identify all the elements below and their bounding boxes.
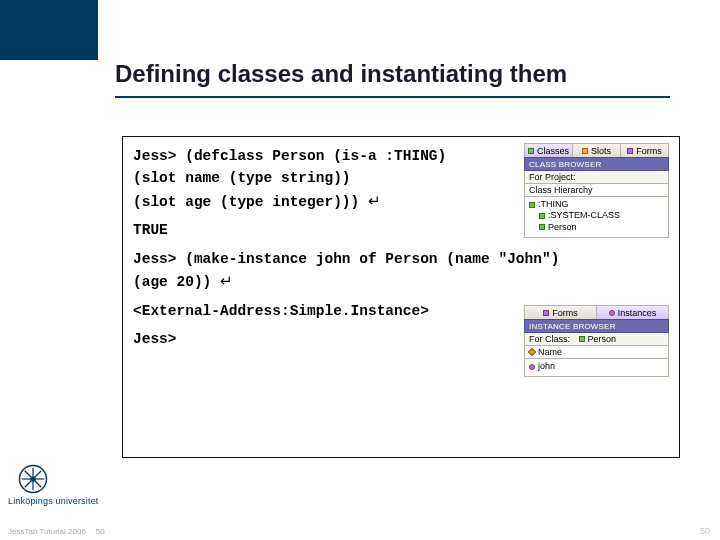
for-project-row: For Project: bbox=[524, 171, 669, 184]
class-browser-panel: Classes Slots Forms CLASS BROWSER For Pr… bbox=[524, 143, 669, 238]
svg-point-5 bbox=[30, 476, 35, 481]
tree-label: :SYSTEM-CLASS bbox=[548, 210, 620, 221]
panel-tabs: Forms Instances bbox=[524, 305, 669, 319]
code-text: (age 20)) bbox=[133, 274, 220, 290]
tab-forms[interactable]: Forms bbox=[621, 144, 668, 157]
panel-header: INSTANCE BROWSER bbox=[524, 319, 669, 333]
tab-label: Classes bbox=[537, 146, 569, 156]
brand-leftbar bbox=[0, 0, 98, 60]
code-box: Jess> (defclass Person (is-a :THING) (sl… bbox=[122, 136, 680, 458]
property-icon bbox=[528, 348, 536, 356]
class-icon bbox=[539, 213, 545, 219]
tab-classes[interactable]: Classes bbox=[525, 144, 573, 157]
form-icon bbox=[543, 310, 549, 316]
for-class-row: For Class: Person bbox=[524, 333, 669, 346]
university-seal-icon bbox=[18, 464, 48, 494]
code-line-5: Jess> (make-instance john of Person (nam… bbox=[133, 248, 669, 270]
instance-label: john bbox=[538, 361, 555, 372]
for-project-label: For Project: bbox=[529, 172, 576, 182]
tab-label: Forms bbox=[636, 146, 662, 156]
class-icon bbox=[579, 336, 585, 342]
name-label: Name bbox=[538, 347, 562, 357]
class-icon bbox=[528, 148, 534, 154]
tab-forms[interactable]: Forms bbox=[525, 306, 597, 319]
code-line-6: (age 20)) ↵ bbox=[133, 270, 669, 293]
for-class-label: For Class: bbox=[529, 334, 570, 344]
for-class-value: Person bbox=[588, 334, 617, 344]
class-tree: :THING :SYSTEM-CLASS Person bbox=[524, 197, 669, 238]
class-hierarchy-row: Class Hierarchy bbox=[524, 184, 669, 197]
instance-item[interactable]: john bbox=[529, 361, 664, 372]
footer-tutorial: JessTab Tutorial 2006 bbox=[8, 527, 86, 536]
tree-label: :THING bbox=[538, 199, 569, 210]
code-text: (slot age (type integer))) bbox=[133, 194, 368, 210]
slot-icon bbox=[582, 148, 588, 154]
university-logo-area: Linköpings universitet bbox=[8, 464, 118, 506]
class-icon bbox=[529, 202, 535, 208]
title-divider bbox=[115, 96, 670, 98]
class-icon bbox=[539, 224, 545, 230]
enter-symbol: ↵ bbox=[368, 193, 381, 209]
tree-child-system[interactable]: :SYSTEM-CLASS bbox=[529, 210, 664, 221]
class-hierarchy-label: Class Hierarchy bbox=[529, 185, 593, 195]
tree-root[interactable]: :THING bbox=[529, 199, 664, 210]
footer-left: JessTab Tutorial 2006 50 bbox=[8, 527, 105, 536]
instance-list: john bbox=[524, 359, 669, 377]
panel-header: CLASS BROWSER bbox=[524, 157, 669, 171]
name-row: Name bbox=[524, 346, 669, 359]
tab-label: Forms bbox=[552, 308, 578, 318]
panel-tabs: Classes Slots Forms bbox=[524, 143, 669, 157]
footer-page-number: 50 bbox=[700, 526, 710, 536]
instance-browser-panel: Forms Instances INSTANCE BROWSER For Cla… bbox=[524, 305, 669, 377]
tab-instances[interactable]: Instances bbox=[597, 306, 668, 319]
form-icon bbox=[627, 148, 633, 154]
enter-symbol: ↵ bbox=[220, 273, 233, 289]
tab-label: Instances bbox=[618, 308, 657, 318]
instance-icon bbox=[529, 364, 535, 370]
university-name: Linköpings universitet bbox=[8, 496, 99, 506]
instance-icon bbox=[609, 310, 615, 316]
tab-slots[interactable]: Slots bbox=[573, 144, 621, 157]
tree-child-person[interactable]: Person bbox=[529, 222, 664, 233]
tree-label: Person bbox=[548, 222, 577, 233]
slide-title: Defining classes and instantiating them bbox=[115, 60, 567, 88]
footer-page-small: 50 bbox=[96, 527, 105, 536]
tab-label: Slots bbox=[591, 146, 611, 156]
